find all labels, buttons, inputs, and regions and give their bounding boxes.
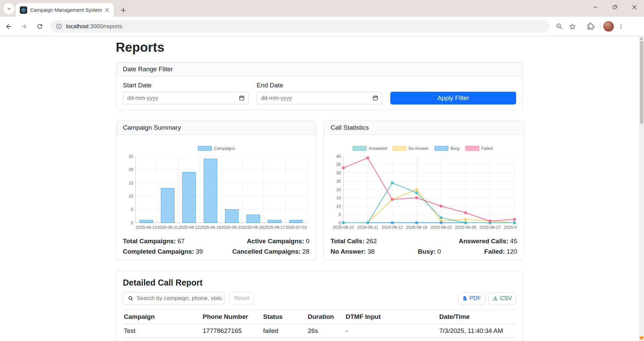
call-report-table: Campaign Phone Number Status Duration DT… xyxy=(123,310,516,341)
scroll-down-indicator-icon xyxy=(639,337,644,340)
window-restore-button[interactable] xyxy=(605,0,625,14)
campaign-card-header: Campaign Summary xyxy=(116,121,316,135)
svg-text:Failed: Failed xyxy=(481,146,493,151)
scroll-up-arrow-icon[interactable] xyxy=(640,37,643,40)
svg-text:2025-06-16: 2025-06-16 xyxy=(200,225,221,230)
svg-text:15: 15 xyxy=(336,196,341,200)
svg-text:2025-07-03: 2025-07-03 xyxy=(285,225,306,230)
svg-text:2025-07-03: 2025-07-03 xyxy=(504,225,517,230)
date-range-filter-card: Date Range Filter Start Date End Date xyxy=(116,62,523,110)
campaign-summary-card: Campaign Summary 05101520252025-06-10202… xyxy=(116,121,316,260)
chrome-menu-button[interactable] xyxy=(614,20,628,33)
profile-avatar[interactable] xyxy=(603,21,614,32)
export-pdf-button[interactable]: PDF xyxy=(458,293,485,304)
reset-button[interactable]: Reset xyxy=(229,292,254,304)
stat-cancelled-campaigns: Cancelled Campaigns:28 xyxy=(232,248,309,255)
svg-text:10: 10 xyxy=(129,194,133,199)
three-dot-menu-icon xyxy=(618,24,624,30)
end-date-input[interactable] xyxy=(257,92,383,104)
apply-filter-button[interactable]: Apply Filter xyxy=(390,92,516,104)
browser-tab[interactable]: Campaign Management System xyxy=(16,3,114,17)
col-campaign: Campaign xyxy=(123,310,202,324)
table-cell: - xyxy=(345,324,438,338)
svg-text:2025-06-23: 2025-06-23 xyxy=(221,225,242,230)
campaign-bar-chart: 05101520252025-06-102025-06-112025-06-12… xyxy=(123,140,309,234)
stat-active-campaigns: Active Campaigns:0 xyxy=(247,238,309,245)
call-statistics-card: Call Statistics 05101520253035402025-06-… xyxy=(324,121,524,260)
minimize-icon xyxy=(593,5,598,9)
svg-text:25: 25 xyxy=(336,179,341,184)
table-cell: 16s xyxy=(307,338,345,341)
svg-text:2025-06-26: 2025-06-26 xyxy=(243,225,264,230)
svg-text:2025-06-11: 2025-06-11 xyxy=(357,225,379,230)
address-bar[interactable]: localhost:3000/reports xyxy=(50,20,550,33)
table-cell: 26s xyxy=(307,324,345,338)
tab-search-button[interactable] xyxy=(3,3,14,14)
url-text: localhost:3000/reports xyxy=(66,23,122,30)
forward-button[interactable] xyxy=(17,20,31,33)
forward-arrow-icon xyxy=(20,23,28,30)
call-statistics-line-chart: 05101520253035402025-06-102025-06-112025… xyxy=(331,140,517,234)
browser-toolbar: localhost:3000/reports xyxy=(0,17,644,36)
svg-text:2025-06-10: 2025-06-10 xyxy=(136,225,157,230)
table-header-row: Campaign Phone Number Status Duration DT… xyxy=(123,310,516,324)
stat-total-calls: Total Calls:262 xyxy=(331,238,377,245)
col-date-time: Date/Time xyxy=(438,310,516,324)
svg-text:2025-06-16: 2025-06-16 xyxy=(406,225,427,230)
zoom-icon xyxy=(556,23,563,30)
detailed-call-report-card: Detailed Call Report Reset PDF xyxy=(116,271,523,341)
svg-text:2025-06-27: 2025-06-27 xyxy=(264,225,285,230)
star-icon xyxy=(569,23,576,30)
calls-card-header: Call Statistics xyxy=(324,121,524,135)
window-minimize-button[interactable] xyxy=(586,0,605,14)
scrollbar-thumb[interactable] xyxy=(640,41,643,124)
svg-text:2025-06-10: 2025-06-10 xyxy=(333,225,354,230)
svg-text:5: 5 xyxy=(131,207,133,212)
page-scrollbar[interactable] xyxy=(639,36,644,341)
start-date-input[interactable] xyxy=(123,92,249,104)
report-search-input[interactable] xyxy=(137,293,225,304)
svg-text:20: 20 xyxy=(129,167,133,172)
table-row: Test17778627165failed26s-7/3/2025, 11:40… xyxy=(123,324,516,338)
site-info-icon[interactable] xyxy=(56,23,62,30)
svg-text:Busy: Busy xyxy=(450,146,460,151)
page-content: Reports Date Range Filter Start Date End… xyxy=(0,36,639,341)
svg-text:2025-06-26: 2025-06-26 xyxy=(455,225,476,230)
svg-text:20: 20 xyxy=(336,187,341,192)
svg-text:2025-06-27: 2025-06-27 xyxy=(479,225,500,230)
tab-close-icon[interactable] xyxy=(104,7,110,13)
svg-text:No Answer: No Answer xyxy=(408,146,429,151)
svg-text:10: 10 xyxy=(336,204,341,209)
window-close-button[interactable] xyxy=(625,0,644,14)
refresh-button[interactable] xyxy=(33,20,46,33)
table-cell: Test xyxy=(123,338,202,341)
extensions-button[interactable] xyxy=(584,20,597,33)
table-cell: 7/3/2025, 11:40:34 AM xyxy=(438,338,516,341)
svg-text:0: 0 xyxy=(339,221,341,225)
svg-text:0: 0 xyxy=(131,221,133,225)
back-button[interactable] xyxy=(2,20,15,33)
svg-text:25: 25 xyxy=(129,154,133,159)
col-dtmf-input: DTMF Input xyxy=(345,310,438,324)
table-cell: 17778215644 xyxy=(202,338,262,341)
svg-text:15: 15 xyxy=(129,181,133,185)
new-tab-button[interactable] xyxy=(118,5,128,15)
search-icon xyxy=(123,296,137,301)
export-csv-button[interactable]: CSV xyxy=(488,293,516,304)
csv-download-icon xyxy=(493,296,498,301)
table-cell: 7/3/2025, 11:40:34 AM xyxy=(438,324,516,338)
filter-card-header: Date Range Filter xyxy=(116,62,523,76)
plus-icon xyxy=(121,8,126,13)
svg-text:Campaigns: Campaigns xyxy=(214,146,235,151)
close-icon xyxy=(632,5,637,9)
col-status: Status xyxy=(262,310,307,324)
bookmark-button[interactable] xyxy=(566,20,579,33)
report-search-group xyxy=(123,292,225,304)
zoom-button[interactable] xyxy=(552,20,566,33)
table-row: Test17778215644failed16s-7/3/2025, 11:40… xyxy=(123,338,516,341)
table-cell: - xyxy=(345,338,438,341)
table-cell: Test xyxy=(123,324,202,338)
col-duration: Duration xyxy=(307,310,345,324)
stat-failed: Failed:120 xyxy=(484,248,517,255)
report-title: Detailed Call Report xyxy=(123,278,516,288)
